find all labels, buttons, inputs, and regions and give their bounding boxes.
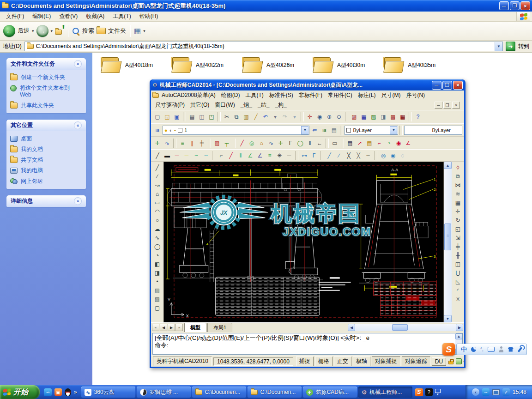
taskbar-button-360cloud[interactable]: ∿360云盘 <box>81 387 135 398</box>
folder-tile[interactable]: A型40t30m <box>313 57 365 73</box>
taskbar-button-folder2[interactable]: C:\Documen... <box>248 387 302 398</box>
ortho-lines-icon[interactable]: ≡ <box>178 139 187 148</box>
restore-button[interactable]: ❐ <box>510 1 520 10</box>
pan-icon[interactable]: ✛ <box>305 112 314 121</box>
panel-details-header[interactable]: 详细信息 » <box>6 195 86 207</box>
slope-red-icon[interactable]: ╱ <box>226 151 236 160</box>
fillet-icon[interactable]: ◜ <box>453 286 463 295</box>
hatch-icon[interactable]: ▨ <box>153 286 162 295</box>
hatch-fill-icon[interactable]: ▨ <box>212 139 222 148</box>
clean-screen-icon[interactable] <box>456 358 462 364</box>
undo-icon[interactable]: ↶ <box>261 112 270 121</box>
toggle-polar[interactable]: 极轴 <box>353 357 370 366</box>
toggle-grid[interactable]: 栅格 <box>315 357 332 366</box>
punctuation-icon[interactable]: °, <box>480 347 484 352</box>
menu-serial[interactable]: 序号(N) <box>403 91 428 100</box>
settings-wrench-icon[interactable] <box>518 347 523 352</box>
lock-icon[interactable] <box>448 361 453 364</box>
tab-layout1[interactable]: 布局1 <box>207 323 232 332</box>
menu-dim-drive[interactable]: 尺寸驱动(P) <box>152 101 187 109</box>
polygon-icon[interactable]: ⌂ <box>153 189 162 198</box>
cad-minimize-button[interactable]: ─ <box>432 81 441 90</box>
save-file-icon[interactable]: ▣ <box>172 112 181 121</box>
parallel-red-icon[interactable]: ∥ <box>187 139 197 148</box>
search-label[interactable]: 搜索 <box>82 27 94 35</box>
toggle-ducs[interactable]: DU <box>432 357 446 366</box>
construction-line-icon[interactable]: ∕ <box>153 172 162 181</box>
layer-previous-icon[interactable]: ⇚ <box>310 126 319 135</box>
mdi-minimize-button[interactable]: ─ <box>435 102 442 109</box>
tool-palettes-icon[interactable]: ▧ <box>369 112 378 121</box>
menu-annotation[interactable]: 标注(L) <box>355 91 379 100</box>
table-a-icon[interactable]: ▤ <box>345 139 355 148</box>
status-dropdown-icon[interactable]: ▾ <box>463 359 464 364</box>
tray-360-icon[interactable]: ∽ <box>482 388 490 396</box>
tray-network-icon[interactable] <box>492 389 500 395</box>
place-my-computer[interactable]: 我的电脑 <box>10 167 82 174</box>
redo-drop-icon[interactable]: ▾ <box>290 112 299 121</box>
menu-standard-parts[interactable]: 标准件(S) <box>266 91 296 100</box>
offset-icon[interactable]: ≋ <box>453 189 463 198</box>
task-publish-web[interactable]: 将这个文件夹发布到 Web <box>10 85 82 98</box>
chevron-up-icon[interactable]: « <box>74 60 82 68</box>
menu-gou[interactable]: _构_ <box>272 101 289 109</box>
quicklaunch-app-icon[interactable]: ▣ <box>54 388 62 396</box>
layer-properties-icon[interactable]: ▤ <box>329 126 339 135</box>
markup-icon[interactable]: ▩ <box>388 112 398 121</box>
menu-nonstandard-parts[interactable]: 非标件(F) <box>296 91 325 100</box>
ellipse-arc-icon[interactable]: ◔ <box>153 251 162 260</box>
tab-last-icon[interactable]: » <box>175 324 183 331</box>
menu-tools[interactable]: 工具(T) <box>109 12 135 21</box>
horizontal-scroll-thumb[interactable] <box>392 324 408 331</box>
line-thin-icon[interactable]: ╱ <box>153 151 162 160</box>
tab-prev-icon[interactable]: ◀ <box>160 324 167 331</box>
menu-edit[interactable]: 编辑(E) <box>28 12 55 21</box>
circle-icon[interactable]: ○ <box>153 216 162 224</box>
undo-drop-icon[interactable]: ▾ <box>271 112 280 121</box>
open-file-icon[interactable]: ◱ <box>163 112 172 121</box>
properties-icon[interactable]: ▨ <box>350 112 359 121</box>
color-combo[interactable]: ByLayer ▼ <box>345 126 398 135</box>
copy-object-icon[interactable]: ⧉ <box>453 172 463 181</box>
taskbar-button-luoji[interactable]: 罗辑思维 ... <box>137 387 191 398</box>
quicklaunch-overflow-icon[interactable]: » <box>74 389 77 395</box>
region-icon[interactable]: ▢ <box>153 303 162 312</box>
cad-titlebar[interactable]: ⚙ 机械工程师CAD2014 - [C:\Documents and Setti… <box>151 79 464 91</box>
angle-red-icon[interactable]: ∠ <box>404 139 413 148</box>
design-center-icon[interactable]: ▦ <box>359 112 369 121</box>
up-folder-icon[interactable] <box>55 28 64 35</box>
copy-clip-icon[interactable]: ⧉ <box>232 112 241 121</box>
taskbar-button-cad-active[interactable]: ⚙机械工程师... <box>358 387 412 398</box>
scroll-left-icon[interactable]: ◀ <box>348 324 355 331</box>
cross-dark-icon[interactable]: ╳ <box>344 151 353 160</box>
stretch-icon[interactable]: ⇲ <box>453 233 463 242</box>
chevron-down-icon[interactable]: » <box>74 197 82 205</box>
insert-block-icon[interactable]: ◧ <box>153 260 162 268</box>
line-dash-cyan-icon[interactable]: ┄ <box>201 151 211 160</box>
drawing-horizontal-scrollbar[interactable]: ◀ ▶ <box>348 324 463 331</box>
task-new-folder[interactable]: 创建一个新文件夹 <box>10 74 82 81</box>
tab-model[interactable]: 模型 <box>184 323 206 332</box>
zoom-previous-icon[interactable]: ⊖ <box>334 112 344 121</box>
drawing-vertical-scrollbar[interactable]: ▲ ▼ <box>444 162 452 322</box>
line-icon[interactable]: ╱ <box>153 163 162 172</box>
cad-close-button[interactable]: × <box>453 81 463 90</box>
menu-window[interactable]: 窗口(W) <box>212 101 237 109</box>
views-icon[interactable]: ▦ <box>134 27 141 35</box>
command-input[interactable]: [全部(A)/中心(C)/动态(D)/范围(E)/上一个(P)/比例(S)/窗口… <box>152 333 463 355</box>
soft-keyboard-icon[interactable] <box>488 347 495 352</box>
line-dash-green-icon[interactable]: ┄ <box>192 151 201 160</box>
print-icon[interactable]: ▤ <box>187 112 197 121</box>
trim-icon[interactable]: ╪ <box>453 242 463 251</box>
minimize-button[interactable]: ─ <box>499 1 509 10</box>
mdi-close-button[interactable]: × <box>452 102 460 109</box>
raise-symbol-icon[interactable]: ┬ <box>222 139 231 148</box>
help-icon[interactable]: ? <box>413 112 423 121</box>
draft-settings-icon[interactable]: ✛ <box>153 139 162 148</box>
extend-icon[interactable]: ╫ <box>453 251 463 260</box>
sheet-set-manager-icon[interactable]: ◨ <box>379 112 388 121</box>
perpendicular-icon[interactable]: ╪ <box>197 139 206 148</box>
tray-sogou-icon[interactable]: S <box>415 388 423 396</box>
angle-green-icon[interactable]: ∠ <box>246 151 255 160</box>
rectangle-icon[interactable]: ▭ <box>153 198 162 207</box>
